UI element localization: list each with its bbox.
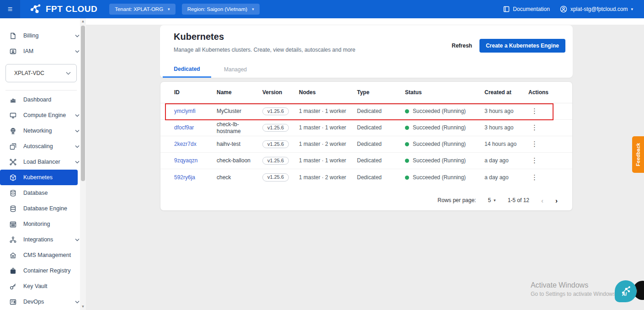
sidebar-item-container-registry[interactable]: Container Registry xyxy=(0,263,86,278)
status-dot xyxy=(405,126,409,130)
sidebar-item-database[interactable]: Database xyxy=(0,185,86,201)
chevron-down-icon xyxy=(75,299,80,305)
sidebar-item-billing[interactable]: Billing xyxy=(0,28,86,43)
documentation-link[interactable]: Documentation xyxy=(503,6,550,12)
sidebar-item-label: Database Engine xyxy=(23,205,80,212)
vdc-selector[interactable]: XPLAT-VDC xyxy=(5,64,77,82)
tenant-dropdown[interactable]: Tenant: XPLAT-ORG ▾ xyxy=(109,4,175,15)
region-dropdown[interactable]: Region: Saigon (Vietnam) ▾ xyxy=(182,4,260,15)
chevron-down-icon xyxy=(75,143,80,150)
activate-windows-subtitle: Go to Settings to activate Windows xyxy=(531,291,616,297)
vdc-selector-value: XPLAT-VDC xyxy=(14,70,66,76)
create-kubernetes-engine-button[interactable]: Create a Kubernetes Engine xyxy=(479,39,565,53)
chevron-down-icon xyxy=(75,159,80,165)
sidebar-item-monitoring[interactable]: Monitoring xyxy=(0,216,86,232)
cluster-type: Dedicated xyxy=(357,141,405,148)
status-text: Succeeded (Running) xyxy=(413,124,466,131)
page-title: Kubernetes xyxy=(174,32,224,42)
column-header-type: Type xyxy=(357,89,405,96)
cluster-nodes: 1 master · 2 worker xyxy=(299,174,357,181)
sidebar-item-compute-engine[interactable]: Compute Engine xyxy=(0,107,86,123)
sidebar-item-devops[interactable]: DevOps xyxy=(0,294,86,310)
sidebar-item-autoscaling[interactable]: Autoscaling xyxy=(0,139,86,154)
sidebar-scrollbar[interactable]: ▲ ▼ xyxy=(80,18,86,310)
created-at: a day ago xyxy=(484,174,528,181)
version-badge: v1.25.6 xyxy=(262,124,289,132)
sidebar-item-label: Billing xyxy=(23,32,75,39)
menu-toggle-button[interactable]: ≡ xyxy=(0,0,20,18)
sidebar-item-database-engine[interactable]: Database Engine xyxy=(0,201,86,216)
rows-per-page-select[interactable]: 5 ▾ xyxy=(488,197,495,203)
cluster-name: check xyxy=(217,174,262,181)
row-actions-button[interactable]: ⋮ xyxy=(528,173,541,181)
ai-molecule-icon: AI xyxy=(619,285,632,298)
sidebar-item-integrations[interactable]: Integrations xyxy=(0,232,86,247)
book-icon xyxy=(503,6,510,12)
cluster-type: Dedicated xyxy=(357,157,405,164)
cluster-id-link[interactable]: ymclymfi xyxy=(174,108,196,114)
sidebar-item-label: Container Registry xyxy=(23,267,80,274)
brand-name: FPT CLOUD xyxy=(46,4,97,14)
sidebar-item-label: Compute Engine xyxy=(23,112,75,118)
status-text: Succeeded (Running) xyxy=(413,108,466,115)
key-vault-icon xyxy=(9,283,16,290)
cluster-id-link[interactable]: dfocf9ar xyxy=(174,124,194,131)
kubernetes-icon xyxy=(9,174,16,181)
cluster-name: check-lb-hostname xyxy=(217,121,262,135)
table-row: 592ry6ja check v1.25.6 1 master · 2 work… xyxy=(160,169,572,186)
cluster-id-link[interactable]: 592ry6ja xyxy=(174,174,195,181)
feedback-tab[interactable]: Feedback xyxy=(632,136,644,173)
user-icon xyxy=(560,5,567,13)
sidebar-item-cms-management[interactable]: CMS Management xyxy=(0,247,86,263)
column-header-version: Version xyxy=(262,89,299,96)
status-dot xyxy=(405,159,409,163)
row-actions-button[interactable]: ⋮ xyxy=(528,140,541,148)
cluster-id-link[interactable]: 9zqyaqzn xyxy=(174,157,197,164)
previous-page-button[interactable]: ‹ xyxy=(541,197,543,204)
sidebar-item-key-vault[interactable]: Key Vault xyxy=(0,278,86,294)
documentation-label: Documentation xyxy=(513,6,550,12)
user-menu[interactable]: xplat-stg@fptcloud.com ▾ xyxy=(560,5,633,13)
chevron-down-icon xyxy=(75,32,80,39)
monitoring-icon xyxy=(9,220,16,228)
cluster-nodes: 1 master · 2 worker xyxy=(299,141,357,148)
tab-managed[interactable]: Managed xyxy=(211,61,260,78)
sidebar-item-label: Kubernetes xyxy=(23,174,71,181)
table-row: ymclymfi MyCluster v1.25.6 1 master · 1 … xyxy=(160,103,572,120)
refresh-button[interactable]: Refresh xyxy=(452,43,472,49)
row-actions-button[interactable]: ⋮ xyxy=(528,156,541,164)
status-text: Succeeded (Running) xyxy=(413,174,466,181)
status-dot xyxy=(405,109,409,113)
activate-windows-watermark: Activate Windows Go to Settings to activ… xyxy=(531,281,616,297)
sidebar-item-iam[interactable]: IAM xyxy=(0,43,86,59)
sidebar-item-load-balancer[interactable]: Load Balancer xyxy=(0,154,86,170)
iam-icon xyxy=(9,48,16,55)
scroll-up-icon[interactable]: ▲ xyxy=(80,18,86,25)
ai-assistant-button[interactable]: AI xyxy=(615,280,637,302)
region-label: Region: Saigon (Vietnam) xyxy=(187,6,247,12)
tab-dedicated[interactable]: Dedicated xyxy=(163,61,211,78)
sidebar-item-label: Networking xyxy=(23,128,75,134)
dashboard-icon xyxy=(9,96,16,103)
integrations-icon xyxy=(9,236,16,243)
sidebar-item-dashboard[interactable]: Dashboard xyxy=(0,92,86,107)
next-page-button[interactable]: › xyxy=(555,197,558,204)
cluster-name: check-balloon xyxy=(217,157,262,164)
main-content: Kubernetes Manage all Kubernetes cluster… xyxy=(86,18,644,310)
created-at: 3 hours ago xyxy=(484,108,528,115)
sidebar-item-label: Autoscaling xyxy=(23,143,75,150)
cluster-id-link[interactable]: 2kezr7dx xyxy=(174,141,197,147)
page-header-panel: Kubernetes Manage all Kubernetes cluster… xyxy=(160,25,573,78)
tabs: Dedicated Managed xyxy=(163,61,260,78)
created-at: 3 hours ago xyxy=(484,124,528,131)
scrollbar-thumb[interactable] xyxy=(81,26,85,181)
scroll-down-icon[interactable]: ▼ xyxy=(80,304,86,310)
row-actions-button[interactable]: ⋮ xyxy=(528,107,541,115)
row-actions-button[interactable]: ⋮ xyxy=(528,123,541,131)
chevron-down-icon: ▾ xyxy=(168,7,170,11)
created-at: a day ago xyxy=(484,157,528,164)
column-header-created-at: Created at xyxy=(484,89,528,96)
sidebar-item-kubernetes[interactable]: Kubernetes xyxy=(0,170,78,185)
compute-engine-icon xyxy=(9,112,16,119)
sidebar-item-networking[interactable]: Networking xyxy=(0,123,86,139)
